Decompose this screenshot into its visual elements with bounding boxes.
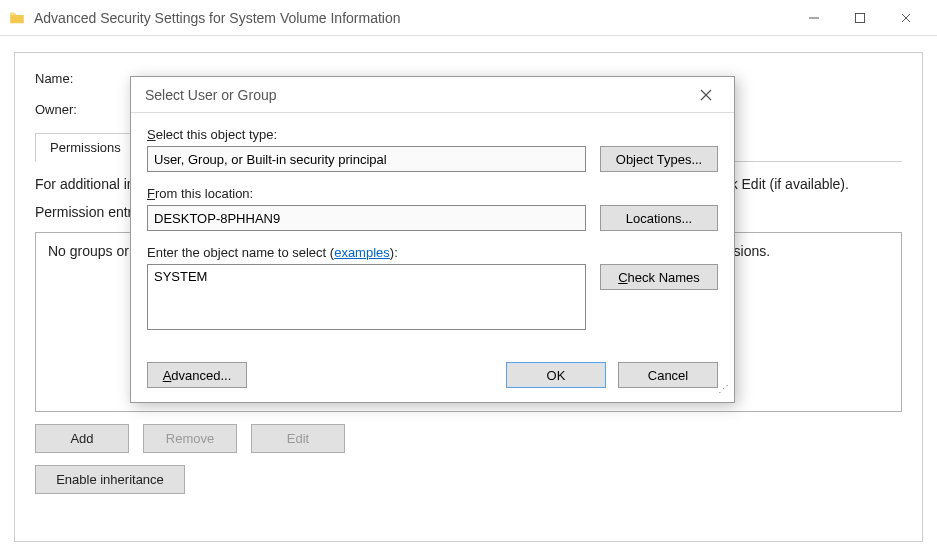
dialog-title: Select User or Group	[145, 87, 277, 103]
resize-grip-icon[interactable]: ⋰	[718, 386, 730, 398]
advanced-button[interactable]: Advanced...	[147, 362, 247, 388]
tab-permissions[interactable]: Permissions	[35, 133, 136, 162]
select-user-or-group-dialog: Select User or Group Select this object …	[130, 76, 735, 403]
location-field[interactable]	[147, 205, 586, 231]
dialog-close-button[interactable]	[692, 81, 720, 109]
object-types-button[interactable]: Object Types...	[600, 146, 718, 172]
owner-label: Owner:	[35, 102, 141, 117]
add-button[interactable]: Add	[35, 424, 129, 453]
svg-rect-1	[856, 13, 865, 22]
enter-object-name-label: Enter the object name to select (example…	[147, 245, 718, 260]
window-title: Advanced Security Settings for System Vo…	[34, 10, 791, 26]
window-titlebar: Advanced Security Settings for System Vo…	[0, 0, 937, 36]
edit-button: Edit	[251, 424, 345, 453]
check-names-button[interactable]: Check Names	[600, 264, 718, 290]
folder-icon	[8, 9, 26, 27]
object-name-input[interactable]: SYSTEM	[147, 264, 586, 330]
maximize-button[interactable]	[837, 0, 883, 36]
enable-inheritance-button[interactable]: Enable inheritance	[35, 465, 185, 494]
examples-link[interactable]: examples	[334, 245, 390, 260]
ok-button[interactable]: OK	[506, 362, 606, 388]
object-type-label: Select this object type:	[147, 127, 718, 142]
close-button[interactable]	[883, 0, 929, 36]
dialog-titlebar: Select User or Group	[131, 77, 734, 113]
location-label: From this location:	[147, 186, 718, 201]
object-type-field[interactable]	[147, 146, 586, 172]
remove-button: Remove	[143, 424, 237, 453]
locations-button[interactable]: Locations...	[600, 205, 718, 231]
minimize-button[interactable]	[791, 0, 837, 36]
cancel-button[interactable]: Cancel	[618, 362, 718, 388]
name-label: Name:	[35, 71, 141, 86]
